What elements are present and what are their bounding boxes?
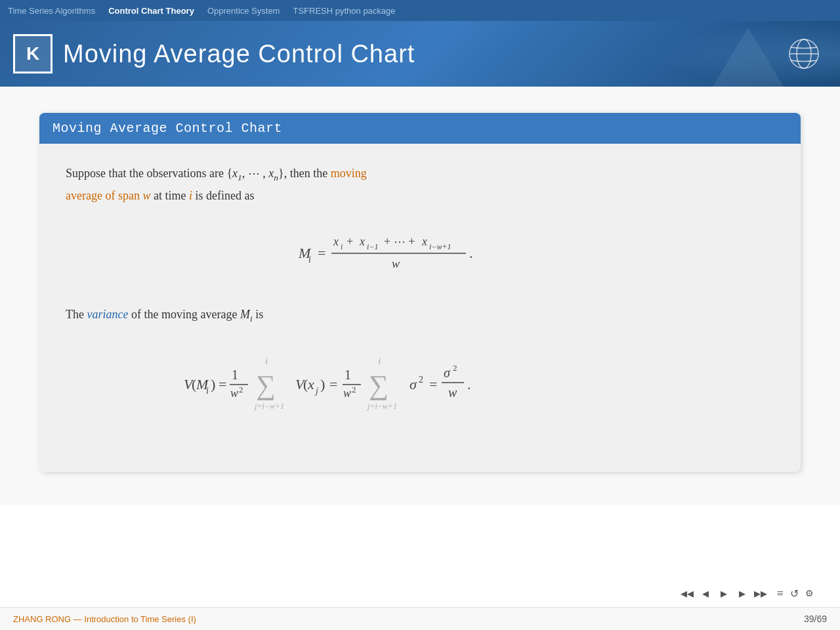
svg-text:+: + (346, 235, 353, 248)
nav-loop-icon[interactable]: ↺ (790, 587, 799, 600)
svg-text:=: = (329, 376, 337, 392)
globe-icon (788, 37, 820, 70)
svg-text:2: 2 (352, 385, 356, 394)
footer-author: ZHANG RONG — Introduction to Time Series… (13, 614, 196, 624)
svg-text:∑: ∑ (369, 370, 388, 400)
svg-text:): ) (320, 376, 325, 392)
svg-text:1: 1 (345, 368, 351, 382)
card-title: Moving Average Control Chart (39, 113, 801, 144)
svg-text:i: i (206, 386, 209, 396)
svg-text:w: w (230, 387, 238, 400)
formula-variance-svg: V ( M i ) = 1 w 2 ∑ i j=i−w+1 (171, 343, 669, 422)
svg-text:=: = (318, 245, 326, 261)
svg-text:=: = (429, 376, 437, 392)
slide-navigation[interactable]: ◀◀ ◀ ▶ ▶ ▶▶ ≡ ↺ ⚙ (680, 587, 814, 600)
svg-text:i−w+1: i−w+1 (429, 242, 452, 251)
nav-last-button[interactable]: ▶▶ (753, 588, 768, 600)
svg-text:σ: σ (410, 376, 417, 392)
slide-footer: ZHANG RONG — Introduction to Time Series… (0, 607, 840, 630)
slide-title: Moving Average Control Chart (63, 40, 415, 68)
content-card: Moving Average Control Chart Suppose tha… (39, 113, 801, 472)
svg-text:i: i (265, 356, 268, 366)
header-decoration (709, 28, 788, 87)
svg-text:=: = (219, 376, 226, 392)
highlight-i: i (189, 189, 192, 202)
page-number: 39/69 (804, 614, 827, 624)
nav-menu-icon[interactable]: ≡ (777, 587, 784, 600)
svg-text:x: x (307, 376, 314, 392)
svg-text:1: 1 (232, 368, 238, 382)
svg-text:j=i−w+1: j=i−w+1 (253, 402, 284, 411)
svg-text:w: w (392, 257, 400, 270)
nav-first-button[interactable]: ◀◀ (680, 588, 694, 600)
svg-text:2: 2 (239, 385, 243, 394)
nav-next-button[interactable]: ▶ (735, 588, 749, 600)
svg-text:2: 2 (453, 363, 457, 373)
highlight-variance: variance (87, 308, 128, 321)
nav-item-timeseries[interactable]: Time Series Algorithms (8, 6, 95, 16)
paragraph-2: The variance of the moving average Mi is (66, 304, 774, 327)
nav-item-tsfresh[interactable]: TSFRESH python package (293, 6, 395, 16)
svg-text:σ: σ (444, 366, 451, 380)
nav-search-icon[interactable]: ⚙ (805, 588, 814, 599)
svg-text:j=i−w+1: j=i−w+1 (366, 402, 397, 411)
svg-text:i: i (378, 356, 381, 366)
svg-text:+ ⋯ +: + ⋯ + (384, 235, 415, 248)
formula-mi: M i = x i + x i−1 + ⋯ + x i−w+1 w (66, 222, 774, 285)
card-body: Suppose that the observations are {x1, ⋯… (39, 144, 801, 472)
svg-text:x: x (359, 235, 365, 248)
svg-text:.: . (469, 245, 473, 261)
highlight-moving-average: moving (331, 167, 367, 180)
highlight-w: w (142, 189, 150, 202)
top-navigation: Time Series Algorithms Control Chart The… (0, 0, 840, 21)
logo-icon: K (26, 45, 39, 63)
svg-text:): ) (211, 376, 215, 392)
svg-text:i: i (341, 242, 343, 251)
svg-text:j: j (314, 386, 318, 396)
svg-text:i: i (308, 255, 311, 264)
svg-text:2: 2 (419, 375, 423, 385)
svg-text:x: x (333, 235, 339, 248)
nav-separator: ▶ (717, 588, 731, 600)
paragraph-1: Suppose that the observations are {x1, ⋯… (66, 163, 774, 205)
svg-text:∑: ∑ (256, 370, 276, 400)
formula-variance: V ( M i ) = 1 w 2 ∑ i j=i−w+1 (66, 343, 774, 426)
svg-text:x: x (421, 235, 427, 248)
formula-mi-svg: M i = x i + x i−1 + ⋯ + x i−w+1 w (262, 222, 578, 281)
nav-item-opprentice[interactable]: Opprentice System (207, 6, 280, 16)
main-content: Moving Average Control Chart Suppose tha… (0, 87, 840, 505)
svg-text:w: w (343, 387, 351, 400)
nav-item-controlchart[interactable]: Control Chart Theory (108, 6, 194, 16)
nav-prev-button[interactable]: ◀ (698, 588, 713, 600)
svg-text:w: w (448, 385, 457, 400)
svg-text:i−1: i−1 (367, 242, 378, 251)
highlight-moving-average-2: average of span (66, 189, 140, 202)
svg-text:.: . (467, 376, 471, 392)
slide-header: K Moving Average Control Chart (0, 21, 840, 87)
logo-box: K (13, 34, 52, 74)
